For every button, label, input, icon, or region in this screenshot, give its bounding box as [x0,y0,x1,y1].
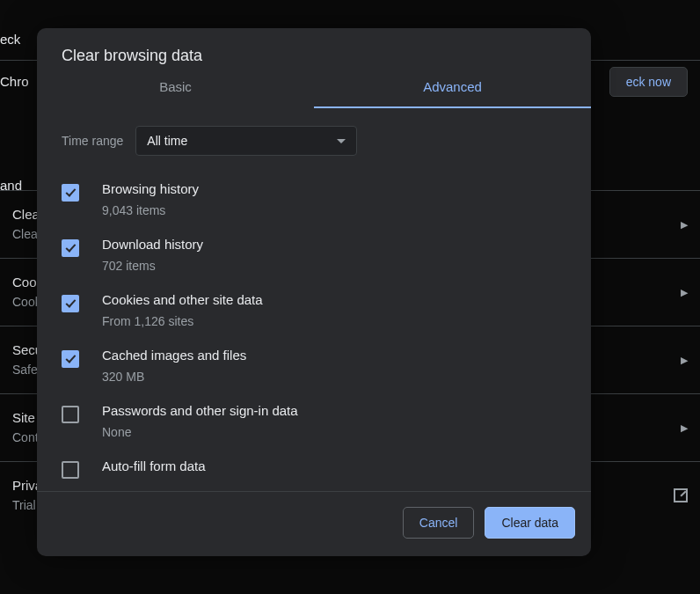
item-title: Cached images and files [102,346,246,365]
item-title: Passwords and other sign-in data [102,401,298,421]
item-sub: 702 items [102,257,203,275]
item-title: Cookies and other site data [102,290,263,310]
chevron-right-icon: ▶ [681,422,688,434]
item-sub: None [102,423,298,441]
checkbox[interactable] [62,239,79,257]
time-range-select[interactable]: All time [135,126,357,156]
check-icon [65,186,76,196]
item-sub: From 1,126 sites [102,312,263,330]
item-title: Browsing history [102,180,199,199]
data-type-item: Passwords and other sign-in dataNone [37,393,587,449]
data-type-item: Cached images and files320 MB [37,338,587,393]
tab-basic[interactable]: Basic [37,79,314,108]
checkbox[interactable] [62,184,79,202]
clear-browsing-data-dialog: Clear browsing data Basic Advanced Time … [37,28,591,556]
time-range-value: All time [147,134,187,148]
dialog-footer: Cancel Clear data [37,492,591,556]
chevron-right-icon: ▶ [681,287,688,298]
external-link-icon [674,488,688,502]
chevron-right-icon: ▶ [681,219,688,231]
chevron-down-icon [337,139,346,143]
bg-row-sub: Clea [12,226,40,243]
clear-data-button[interactable]: Clear data [485,507,575,539]
data-type-item: Download history702 items [37,227,587,282]
item-sub: 9,043 items [102,202,199,219]
item-title: Download history [102,235,203,254]
checkbox[interactable] [62,461,79,479]
tab-advanced[interactable]: Advanced [314,79,591,108]
dialog-title: Clear browsing data [37,28,591,79]
cancel-button[interactable]: Cancel [403,507,475,539]
time-range-label: Time range [62,134,123,148]
check-icon [65,353,76,363]
checkbox[interactable] [62,350,79,368]
bg-row-title: Chro [0,74,29,89]
checkbox[interactable] [62,295,79,312]
checkbox[interactable] [62,406,79,423]
bg-fragment: and [0,178,22,193]
data-type-item: Cookies and other site dataFrom 1,126 si… [37,282,587,338]
check-icon [65,242,76,253]
bg-row-title: Clea [12,206,40,224]
bg-fragment: eck [0,32,20,47]
dialog-tabs: Basic Advanced [37,79,591,108]
data-type-item: Auto-fill form data [37,449,587,487]
dialog-body[interactable]: Time range All time Browsing history9,04… [37,108,591,492]
check-now-button[interactable]: eck now [609,67,688,97]
item-sub: 320 MB [102,368,246,385]
check-icon [65,297,76,308]
item-title: Auto-fill form data [102,457,206,476]
data-type-item: Browsing history9,043 items [37,172,587,227]
chevron-right-icon: ▶ [681,355,688,366]
